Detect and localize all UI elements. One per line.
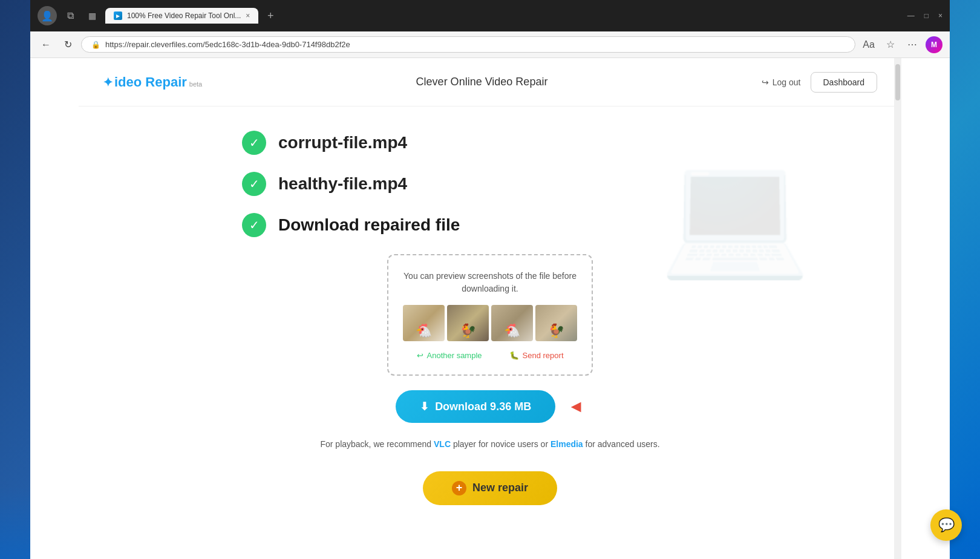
step-download-repaired: ✓ Download repaired file	[242, 213, 738, 237]
logout-button[interactable]: ↪ Log out	[762, 77, 801, 87]
thumbnail-4[interactable]: 🐓	[535, 305, 577, 341]
back-button[interactable]: ←	[38, 36, 54, 53]
chat-button[interactable]: 💬	[930, 509, 962, 541]
main-content: 💻 ✓ corrupt-file.mp4 ✓ healthy-file.mp4 …	[218, 106, 762, 541]
playback-text-mid: player for novice users or	[451, 439, 550, 449]
thumb-animal-3: 🐔	[504, 323, 520, 339]
header-actions: ↪ Log out Dashboard	[762, 72, 877, 93]
new-repair-button[interactable]: + New repair	[423, 471, 557, 505]
address-input[interactable]: 🔒 https://repair.cleverfiles.com/5edc168…	[81, 36, 855, 53]
step-check-3: ✓	[242, 213, 266, 237]
preview-thumbnails: 🐔 🐓 🐔 🐓	[403, 305, 577, 341]
window-controls: — □ ×	[907, 11, 942, 20]
site-header: ✦ ideo Repair beta Clever Online Video R…	[79, 58, 901, 106]
collections-icon[interactable]: ⧉	[62, 7, 79, 24]
preview-description: You can preview screenshots of the file …	[403, 270, 577, 295]
step-check-1: ✓	[242, 131, 266, 155]
logout-label: Log out	[773, 77, 801, 87]
send-report-button[interactable]: 🐛 Send report	[509, 351, 564, 360]
address-right-icons: Aa ☆ ⋯ M	[860, 36, 942, 53]
more-options-icon[interactable]: ⋯	[904, 36, 921, 53]
tab-strip-icon[interactable]: ▦	[83, 7, 100, 24]
step-label-3: Download repaired file	[278, 215, 460, 235]
lock-icon: 🔒	[91, 41, 100, 49]
thumbnail-2[interactable]: 🐓	[447, 305, 489, 341]
read-mode-icon[interactable]: Aa	[860, 36, 877, 53]
minimize-button[interactable]: —	[907, 11, 915, 20]
active-tab[interactable]: ▶ 100% Free Video Repair Tool Onl... ×	[105, 8, 258, 24]
scrollbar-thumb[interactable]	[895, 64, 900, 100]
favorites-icon[interactable]: ☆	[882, 36, 899, 53]
download-button-container: ⬇ Download 9.36 MB ◄	[242, 390, 738, 423]
playback-recommendation: For playback, we recommend VLC player fo…	[242, 437, 738, 452]
another-sample-label: Another sample	[427, 351, 482, 360]
reload-button[interactable]: ↻	[59, 36, 76, 53]
site-title: Clever Online Video Repair	[202, 76, 762, 88]
step-check-2: ✓	[242, 172, 266, 196]
chat-icon: 💬	[938, 517, 955, 533]
logout-icon: ↪	[762, 77, 769, 87]
download-label: Download 9.36 MB	[435, 400, 531, 413]
browser-profile-icon[interactable]: 👤	[38, 6, 57, 25]
scrollbar-track[interactable]	[894, 58, 901, 559]
thumb-animal-4: 🐓	[548, 323, 564, 339]
new-repair-plus-icon: +	[452, 481, 466, 495]
preview-box: You can preview screenshots of the file …	[387, 254, 593, 376]
thumbnail-3[interactable]: 🐔	[491, 305, 533, 341]
download-icon: ⬇	[420, 400, 429, 413]
tab-close-button[interactable]: ×	[246, 11, 250, 20]
dashboard-button[interactable]: Dashboard	[811, 72, 878, 93]
elmedia-link[interactable]: Elmedia	[550, 439, 583, 449]
tab-favicon: ▶	[114, 11, 122, 20]
new-tab-button[interactable]: +	[262, 7, 279, 24]
send-report-label: Send report	[523, 351, 564, 360]
logo-text: ideo Repair	[114, 74, 187, 90]
playback-text-after: for advanced users.	[583, 439, 660, 449]
download-button[interactable]: ⬇ Download 9.36 MB	[396, 390, 555, 423]
vlc-link[interactable]: VLC	[434, 439, 451, 449]
browser-content: ✦ ideo Repair beta Clever Online Video R…	[79, 58, 901, 559]
arrow-indicator: ◄	[567, 397, 584, 416]
logo-star-icon: ✦	[103, 75, 113, 90]
another-sample-icon: ↩	[417, 351, 423, 360]
close-button[interactable]: ×	[938, 11, 942, 20]
url-text: https://repair.cleverfiles.com/5edc168c-…	[105, 40, 350, 49]
step-label-1: corrupt-file.mp4	[278, 133, 407, 152]
title-bar: 👤 ⧉ ▦ ▶ 100% Free Video Repair Tool Onl.…	[30, 0, 950, 31]
new-repair-label: New repair	[472, 482, 528, 494]
logo-beta-label: beta	[189, 80, 202, 88]
thumb-animal-1: 🐔	[416, 323, 432, 339]
tab-title: 100% Free Video Repair Tool Onl...	[127, 11, 241, 20]
send-report-icon: 🐛	[509, 351, 519, 360]
red-arrow-icon: ◄	[567, 397, 584, 416]
step-label-2: healthy-file.mp4	[278, 174, 407, 194]
edge-profile-icon[interactable]: M	[926, 36, 942, 53]
playback-text-before: For playback, we recommend	[320, 439, 434, 449]
thumb-animal-2: 🐓	[460, 323, 476, 339]
thumbnail-1[interactable]: 🐔	[403, 305, 445, 341]
plus-symbol: +	[456, 482, 463, 494]
step-healthy-file: ✓ healthy-file.mp4	[242, 172, 738, 196]
address-bar-row: ← ↻ 🔒 https://repair.cleverfiles.com/5ed…	[30, 31, 950, 58]
preview-actions: ↩ Another sample 🐛 Send report	[403, 351, 577, 360]
step-corrupt-file: ✓ corrupt-file.mp4	[242, 131, 738, 155]
logo: ✦ ideo Repair beta	[103, 74, 202, 90]
another-sample-button[interactable]: ↩ Another sample	[417, 351, 482, 360]
maximize-button[interactable]: □	[924, 11, 929, 20]
tab-bar: ▶ 100% Free Video Repair Tool Onl... × +	[105, 7, 898, 24]
